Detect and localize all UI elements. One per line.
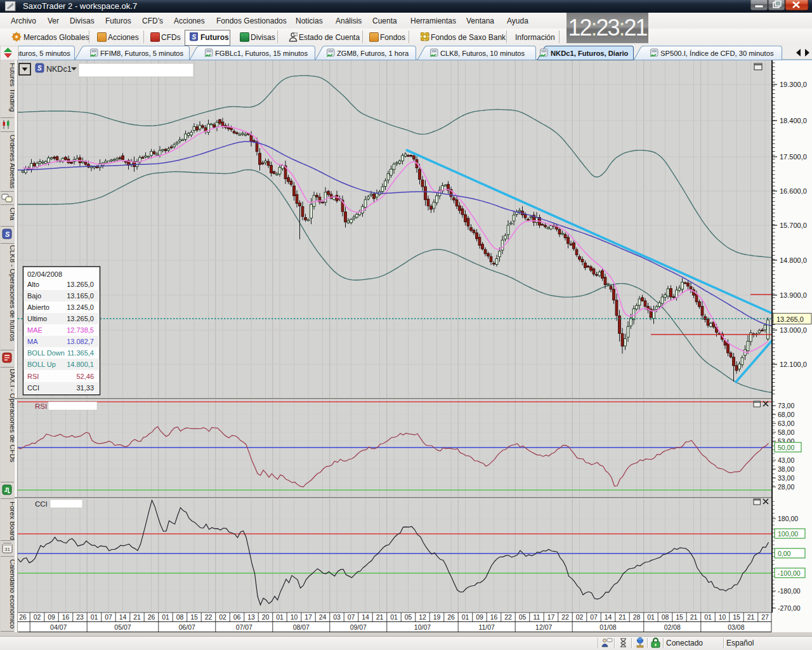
svg-text:14: 14 <box>119 613 127 621</box>
svg-text:14: 14 <box>362 613 369 621</box>
svg-text:11: 11 <box>534 613 540 621</box>
svg-text:-270,00: -270,00 <box>778 604 801 612</box>
svg-text:06: 06 <box>233 613 241 621</box>
svg-text:Abierto: Abierto <box>27 303 49 311</box>
svg-text:Bajo: Bajo <box>27 292 41 300</box>
svg-text:MAE: MAE <box>27 326 43 334</box>
svg-text:01: 01 <box>162 613 169 621</box>
svg-text:07: 07 <box>105 613 112 621</box>
svg-text:180,00: 180,00 <box>778 515 798 522</box>
svg-text:02/08: 02/08 <box>664 623 681 631</box>
svg-text:13.265,0: 13.265,0 <box>67 281 94 288</box>
svg-text:02: 02 <box>34 613 41 621</box>
svg-text:11.365,4: 11.365,4 <box>67 349 94 357</box>
svg-text:05: 05 <box>405 613 412 621</box>
svg-text:Ultimo: Ultimo <box>27 315 47 322</box>
svg-text:02: 02 <box>219 613 226 621</box>
svg-text:01: 01 <box>276 613 284 621</box>
svg-text:Alto: Alto <box>27 281 39 288</box>
svg-text:05: 05 <box>519 613 527 621</box>
svg-text:15: 15 <box>190 613 198 621</box>
svg-text:08: 08 <box>176 613 184 621</box>
svg-text:50,00: 50,00 <box>778 444 794 451</box>
svg-text:13.265,0: 13.265,0 <box>776 315 804 323</box>
svg-text:MA: MA <box>27 338 38 345</box>
svg-text:01: 01 <box>91 613 98 621</box>
svg-text:09: 09 <box>48 613 55 621</box>
svg-text:01: 01 <box>704 613 712 621</box>
svg-text:01: 01 <box>462 613 469 621</box>
svg-text:26: 26 <box>447 613 455 621</box>
svg-text:21: 21 <box>376 613 384 621</box>
svg-text:17.500,0: 17.500,0 <box>780 153 807 161</box>
svg-text:07: 07 <box>590 613 598 621</box>
svg-text:19: 19 <box>433 613 441 621</box>
svg-text:31,33: 31,33 <box>76 384 94 392</box>
svg-text:19.300,0: 19.300,0 <box>780 81 807 88</box>
svg-text:07/07: 07/07 <box>236 623 252 631</box>
svg-text:17: 17 <box>547 613 555 621</box>
svg-text:01: 01 <box>390 613 398 621</box>
svg-text:12.738,5: 12.738,5 <box>67 326 94 334</box>
svg-text:S: S <box>37 65 42 72</box>
svg-text:16: 16 <box>490 613 498 621</box>
svg-text:22: 22 <box>561 613 569 621</box>
svg-text:38,00: 38,00 <box>778 465 794 473</box>
svg-text:02: 02 <box>576 613 584 621</box>
svg-text:21: 21 <box>747 613 755 621</box>
svg-text:28: 28 <box>633 613 641 621</box>
svg-text:01/08: 01/08 <box>599 623 616 631</box>
svg-text:09/07: 09/07 <box>350 623 367 631</box>
svg-text:24: 24 <box>319 613 327 621</box>
svg-text:-180,00: -180,00 <box>778 587 801 595</box>
svg-text:22: 22 <box>205 613 213 621</box>
svg-text:NKDc1: NKDc1 <box>46 65 72 74</box>
svg-text:63,00: 63,00 <box>778 420 794 427</box>
svg-text:12: 12 <box>419 613 426 621</box>
svg-text:CCI: CCI <box>35 500 48 508</box>
svg-text:43,00: 43,00 <box>778 456 794 464</box>
svg-text:17: 17 <box>304 613 312 621</box>
svg-text:08: 08 <box>662 613 669 621</box>
svg-text:BOLL Down: BOLL Down <box>27 349 65 357</box>
svg-text:26: 26 <box>19 613 27 621</box>
svg-text:04/07: 04/07 <box>50 623 67 631</box>
svg-text:13.245,0: 13.245,0 <box>67 303 94 311</box>
svg-text:73,00: 73,00 <box>778 402 794 409</box>
svg-text:22: 22 <box>504 613 512 621</box>
svg-text:100,00: 100,00 <box>778 530 798 538</box>
svg-text:-100,00: -100,00 <box>778 569 801 577</box>
svg-text:RSI: RSI <box>35 402 47 410</box>
svg-text:23: 23 <box>76 613 84 621</box>
svg-text:27: 27 <box>761 613 769 621</box>
svg-text:05/07: 05/07 <box>114 623 131 631</box>
svg-text:12/07: 12/07 <box>535 623 552 631</box>
svg-text:13.265,0: 13.265,0 <box>67 315 94 322</box>
svg-text:13.165,0: 13.165,0 <box>67 292 94 300</box>
svg-text:06/07: 06/07 <box>179 623 195 631</box>
svg-text:08/07: 08/07 <box>293 623 310 631</box>
svg-text:21: 21 <box>690 613 698 621</box>
svg-text:26: 26 <box>148 613 155 621</box>
svg-text:11/07: 11/07 <box>478 623 495 631</box>
svg-text:13.082,7: 13.082,7 <box>67 338 94 345</box>
svg-text:09: 09 <box>476 613 483 621</box>
svg-text:15: 15 <box>676 613 683 621</box>
svg-text:02/04/2008: 02/04/2008 <box>27 270 62 278</box>
svg-text:18.400,0: 18.400,0 <box>780 117 807 124</box>
svg-text:68,00: 68,00 <box>778 411 794 418</box>
svg-text:12.100,0: 12.100,0 <box>780 361 807 368</box>
svg-text:14: 14 <box>605 613 612 621</box>
svg-text:21: 21 <box>133 613 141 621</box>
svg-text:RSI: RSI <box>27 373 39 380</box>
svg-text:03: 03 <box>333 613 341 621</box>
svg-text:14.800,0: 14.800,0 <box>780 256 807 264</box>
svg-text:52,46: 52,46 <box>76 373 94 380</box>
svg-text:15.700,0: 15.700,0 <box>780 222 807 229</box>
svg-text:15: 15 <box>733 613 740 621</box>
svg-text:BOLL Up: BOLL Up <box>27 361 56 368</box>
svg-text:28,00: 28,00 <box>778 483 794 491</box>
svg-text:58,00: 58,00 <box>778 428 794 436</box>
svg-text:CCI: CCI <box>27 384 39 392</box>
svg-text:10/07: 10/07 <box>414 623 431 631</box>
